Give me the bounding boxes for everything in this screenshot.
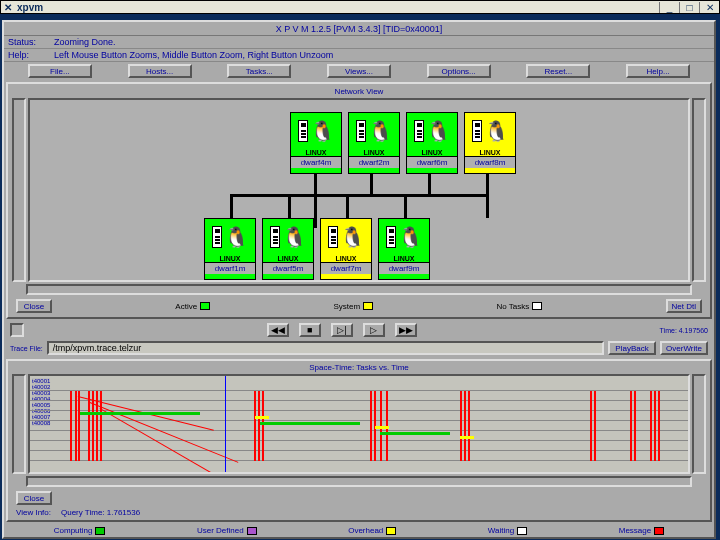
netview-detail-button[interactable]: Net Dtl <box>666 299 702 313</box>
trace-file-label: Trace File: <box>10 345 43 352</box>
linux-penguin-icon: 🐧 <box>398 227 423 247</box>
playback-time: Time: 4.197560 <box>660 327 708 334</box>
host-name-label: dwarf4m <box>291 156 341 168</box>
spacetime-hscroll[interactable] <box>26 476 692 487</box>
status-text: Zooming Done. <box>54 37 116 47</box>
playback-scroll-anchor[interactable] <box>10 323 24 337</box>
views-menu[interactable]: Views... <box>327 64 391 78</box>
maximize-button[interactable]: □ <box>679 2 699 13</box>
spacetime-panel: Space-Time: Tasks vs. Time t40001t40002t… <box>6 359 712 522</box>
spacetime-controls: Close <box>10 489 708 507</box>
netview-hscroll[interactable] <box>26 284 692 295</box>
host-name-label: dwarf7m <box>321 262 371 274</box>
legend-notasks: No Tasks <box>496 302 542 311</box>
host-os-label: LINUX <box>336 255 357 262</box>
playback-mode-button[interactable]: PlayBack <box>608 341 656 355</box>
host-name-label: dwarf5m <box>263 262 313 274</box>
host-icon: 🐧 <box>322 219 370 255</box>
spacetime-title: Space-Time: Tasks vs. Time <box>10 363 708 372</box>
help-menu[interactable]: Help... <box>626 64 690 78</box>
system-menu-icon[interactable]: ✕ <box>1 2 15 13</box>
host-dwarf6m[interactable]: 🐧LINUXdwarf6m <box>406 112 458 174</box>
host-icon: 🐧 <box>408 113 456 149</box>
host-icon: 🐧 <box>350 113 398 149</box>
host-icon: 🐧 <box>264 219 312 255</box>
legend-userdef: User Defined <box>197 526 257 535</box>
host-os-label: LINUX <box>394 255 415 262</box>
host-dwarf4m[interactable]: 🐧LINUXdwarf4m <box>290 112 342 174</box>
minimize-button[interactable]: _ <box>659 2 679 13</box>
spacetime-vscroll-right[interactable] <box>692 374 706 474</box>
trace-file-row: Trace File: /tmp/xpvm.trace.telzur PlayB… <box>4 339 714 357</box>
legend-overhead: Overhead <box>348 526 396 535</box>
netview-close-button[interactable]: Close <box>16 299 52 313</box>
linux-penguin-icon: 🐧 <box>282 227 307 247</box>
host-name-label: dwarf1m <box>205 262 255 274</box>
host-os-label: LINUX <box>278 255 299 262</box>
ffwd-button[interactable]: ▶▶ <box>395 323 417 337</box>
linux-penguin-icon: 🐧 <box>426 121 451 141</box>
host-dwarf9m[interactable]: 🐧LINUXdwarf9m <box>378 218 430 280</box>
main-toolbar: File... Hosts... Tasks... Views... Optio… <box>4 62 714 80</box>
status-label: Status: <box>8 37 48 47</box>
network-canvas[interactable]: 🐧LINUXdwarf4m🐧LINUXdwarf2m🐧LINUXdwarf6m🐧… <box>28 98 690 282</box>
view-info-row: View Info: Query Time: 1.761536 <box>10 507 708 518</box>
host-icon: 🐧 <box>380 219 428 255</box>
netview-vscroll[interactable] <box>12 98 26 282</box>
hosts-menu[interactable]: Hosts... <box>128 64 192 78</box>
host-dwarf8m[interactable]: 🐧LINUXdwarf8m <box>464 112 516 174</box>
stop-button[interactable]: ■ <box>299 323 321 337</box>
time-cursor[interactable] <box>225 376 226 472</box>
spacetime-canvas[interactable]: t40001t40002t40003t40004 t40005t40006t40… <box>28 374 690 474</box>
app-frame: X P V M 1.2.5 [PVM 3.4.3] [TID=0x40001] … <box>2 20 716 539</box>
host-os-label: LINUX <box>422 149 443 156</box>
linux-penguin-icon: 🐧 <box>310 121 335 141</box>
legend-message: Message <box>619 526 664 535</box>
spacetime-close-button[interactable]: Close <box>16 491 52 505</box>
tasks-menu[interactable]: Tasks... <box>227 64 291 78</box>
host-icon: 🐧 <box>206 219 254 255</box>
host-dwarf7m[interactable]: 🐧LINUXdwarf7m <box>320 218 372 280</box>
host-icon: 🐧 <box>466 113 514 149</box>
linux-penguin-icon: 🐧 <box>484 121 509 141</box>
options-menu[interactable]: Options... <box>427 64 491 78</box>
status-bar: Status: Zooming Done. <box>4 36 714 49</box>
host-dwarf1m[interactable]: 🐧LINUXdwarf1m <box>204 218 256 280</box>
host-os-label: LINUX <box>364 149 385 156</box>
host-dwarf2m[interactable]: 🐧LINUXdwarf2m <box>348 112 400 174</box>
close-window-button[interactable]: ✕ <box>699 2 719 13</box>
app-header: X P V M 1.2.5 [PVM 3.4.3] [TID=0x40001] <box>4 22 714 36</box>
host-os-label: LINUX <box>480 149 501 156</box>
help-bar: Help: Left Mouse Button Zooms, Middle Bu… <box>4 49 714 62</box>
host-icon: 🐧 <box>292 113 340 149</box>
legend-waiting: Waiting <box>488 526 527 535</box>
netview-controls: Close Active System No Tasks Net Dtl <box>10 297 708 315</box>
network-view-title: Network View <box>10 86 708 96</box>
rewind-button[interactable]: ◀◀ <box>267 323 289 337</box>
linux-penguin-icon: 🐧 <box>340 227 365 247</box>
step-fwd-button[interactable]: ▷| <box>331 323 353 337</box>
spacetime-vscroll[interactable] <box>12 374 26 474</box>
network-view-panel: Network View 🐧LINUXdwarf4m🐧LINUXdwarf2m🐧… <box>6 82 712 319</box>
file-menu[interactable]: File... <box>28 64 92 78</box>
help-label: Help: <box>8 50 48 60</box>
help-text: Left Mouse Button Zooms, Middle Button Z… <box>54 50 333 60</box>
host-name-label: dwarf9m <box>379 262 429 274</box>
playback-bar: ◀◀ ■ ▷| ▷ ▶▶ Time: 4.197560 <box>4 321 714 339</box>
reset-menu[interactable]: Reset... <box>526 64 590 78</box>
linux-penguin-icon: 🐧 <box>368 121 393 141</box>
host-dwarf5m[interactable]: 🐧LINUXdwarf5m <box>262 218 314 280</box>
overwrite-button[interactable]: OverWrite <box>660 341 708 355</box>
netview-vscroll-right[interactable] <box>692 98 706 282</box>
play-button[interactable]: ▷ <box>363 323 385 337</box>
legend-computing: Computing <box>54 526 106 535</box>
host-name-label: dwarf8m <box>465 156 515 168</box>
linux-penguin-icon: 🐧 <box>224 227 249 247</box>
host-os-label: LINUX <box>220 255 241 262</box>
window-title: xpvm <box>15 2 659 13</box>
host-os-label: LINUX <box>306 149 327 156</box>
trace-file-field[interactable]: /tmp/xpvm.trace.telzur <box>47 341 604 355</box>
task-axis: t40001t40002t40003t40004 t40005t40006t40… <box>32 378 50 426</box>
view-info-label: View Info: <box>16 508 51 517</box>
legend-system: System <box>333 302 373 311</box>
